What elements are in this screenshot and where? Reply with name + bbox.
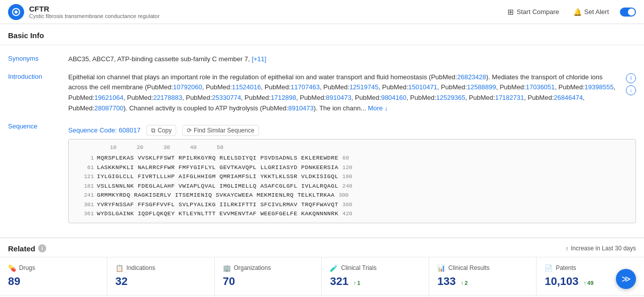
sequence-label: Sequence (8, 122, 68, 130)
pubmed-12529365[interactable]: 12529365 (436, 94, 465, 101)
clinical-results-up-icon: ↑ (461, 280, 464, 286)
sequence-value: Sequence Code: 608017 ⧉ Copy ⟳ Find Simi… (68, 122, 636, 223)
stat-indications[interactable]: 📋 Indications 32 (107, 257, 215, 295)
clinical-trials-up-icon: ↑ (353, 280, 356, 286)
pubmed-8910473-2[interactable]: 8910473 (288, 104, 314, 112)
start-compare-label: Start Compare (517, 8, 559, 16)
sequence-viewer[interactable]: 10 20 30 40 50 1 MQRSPLEKAS VVSKLFFSWT R… (68, 139, 636, 223)
increase-badge: ↑ Increase in Last 30 days (565, 245, 636, 252)
fab-icon: ≫ (621, 273, 631, 284)
synonyms-text: ABC35, ABCC7, ATP-binding cassette sub-f… (68, 55, 250, 63)
find-similar-label: Find Similar Sequence (194, 127, 254, 134)
related-section: Related i ↑ Increase in Last 30 days 💊 D… (0, 237, 644, 297)
indications-icon: 📋 (115, 264, 123, 272)
increase-arrow-icon: ↑ (565, 245, 569, 252)
seq-line-61: 61 LASKKNPKLI NALRRCFFWR FMFYGIFLYL GEVT… (75, 163, 629, 172)
stat-indications-value: 32 (115, 275, 206, 288)
pubmed-28087700[interactable]: 28087700 (94, 104, 123, 112)
related-title: Related i (8, 244, 46, 253)
stat-clinical-trials-value: 321 ↑ 1 (330, 275, 421, 288)
set-alert-button[interactable]: 🔔 Set Alert (570, 6, 612, 18)
basic-info-title: Basic Info (8, 31, 44, 40)
sequence-code-link[interactable]: Sequence Code: 608017 (68, 125, 141, 135)
info-table: Synonyms ABC35, ABCC7, ATP-binding casse… (0, 45, 644, 232)
pubmed-17036051[interactable]: 17036051 (526, 83, 555, 91)
introduction-value: Epithelial ion channel that plays an imp… (68, 72, 636, 114)
clinical-results-icon: 📊 (437, 264, 445, 272)
stat-organizations-value: 70 (223, 275, 314, 288)
stat-drugs-value: 89 (8, 275, 99, 288)
seq-line-301: 301 YVRYFNSSAF FFSGFFVVFL SVLPYALIKG IIL… (75, 200, 629, 209)
patents-delta: ↑ 49 (584, 280, 594, 286)
header-title-group: CFTR Cystic fibrosis transmembrane condu… (29, 5, 504, 19)
basic-info-header: Basic Info (0, 24, 644, 45)
app-logo (8, 4, 24, 20)
stat-indications-label: 📋 Indications (115, 264, 206, 272)
pubmed-10792060[interactable]: 10792060 (173, 83, 202, 91)
set-alert-label: Set Alert (584, 8, 609, 16)
start-compare-button[interactable]: ⊞ Start Compare (504, 6, 562, 19)
pubmed-9804160[interactable]: 9804160 (381, 94, 407, 101)
sequence-toolbar: Sequence Code: 608017 ⧉ Copy ⟳ Find Simi… (68, 125, 636, 136)
sequence-row: Sequence Sequence Code: 608017 ⧉ Copy ⟳ … (8, 118, 636, 227)
alert-toggle[interactable] (620, 8, 636, 17)
pubmed-19621064[interactable]: 19621064 (94, 94, 123, 101)
find-similar-button[interactable]: ⟳ Find Similar Sequence (182, 125, 259, 136)
find-similar-icon: ⟳ (187, 127, 192, 134)
stat-clinical-results[interactable]: 📊 Clinical Results 133 ↑ 2 (429, 257, 537, 295)
stats-grid-row1: 💊 Drugs 89 📋 Indications 32 🏢 Organizati… (0, 257, 644, 295)
stat-drugs-label: 💊 Drugs (8, 264, 99, 272)
copy-label: Copy (158, 127, 172, 134)
stat-clinical-trials[interactable]: 🧪 Clinical Trials 321 ↑ 1 (322, 257, 429, 295)
compare-icon: ⊞ (507, 8, 514, 17)
fab-button[interactable]: ≫ (616, 269, 636, 289)
intro-action-icons: i ↓ (626, 72, 636, 95)
related-title-text: Related (8, 244, 35, 253)
sequence-code-label: Sequence Code: (68, 126, 117, 134)
synonyms-value: ABC35, ABCC7, ATP-binding cassette sub-f… (68, 54, 636, 64)
pubmed-25330774[interactable]: 25330774 (212, 94, 241, 101)
related-header: Related i ↑ Increase in Last 30 days (0, 238, 644, 257)
drugs-icon: 💊 (8, 264, 16, 272)
stat-clinical-results-value: 133 ↑ 2 (437, 275, 528, 288)
entity-subtitle: Cystic fibrosis transmembrane conductanc… (29, 13, 504, 19)
intro-text-1: Epithelial ion channel that plays an imp… (68, 73, 615, 112)
seq-line-241: 241 GRMMKYRDQ RAGKISERLV ITSEMIENIQ SVKA… (75, 191, 629, 200)
stat-drugs[interactable]: 💊 Drugs 89 (0, 257, 107, 295)
sequence-code-value: 608017 (118, 126, 140, 134)
intro-collapse-icon[interactable]: ↓ (626, 85, 636, 95)
pubmed-1712898[interactable]: 1712898 (271, 94, 296, 101)
seq-line-181: 181 VSLLSNNLNK FDEGLALAHF VWIAPLQVAL IMG… (75, 182, 629, 191)
seq-line-361: 361 WYDSLGAINK IQDFLQKQEY KTLEYNLTTT EVV… (75, 209, 629, 218)
increase-label: Increase in Last 30 days (571, 245, 636, 252)
synonyms-more-link[interactable]: [+11] (251, 55, 266, 63)
pubmed-17182731[interactable]: 17182731 (495, 94, 524, 101)
synonyms-row: Synonyms ABC35, ABCC7, ATP-binding casse… (8, 50, 636, 68)
seq-line-121: 121 IYLGIGLCLL FIVRTLLLHP AIFGLHHIGM QMR… (75, 172, 629, 181)
pubmed-11524016[interactable]: 11524016 (232, 83, 261, 91)
pubmed-12588899[interactable]: 12588899 (467, 83, 496, 91)
entity-name: CFTR (29, 5, 504, 13)
copy-icon: ⧉ (151, 127, 156, 134)
intro-info-icon[interactable]: i (626, 73, 636, 83)
pubmed-11707463[interactable]: 11707463 (291, 83, 320, 91)
pubmed-26823428[interactable]: 26823428 (457, 73, 486, 81)
pubmed-19398555[interactable]: 19398555 (585, 83, 614, 91)
stat-organizations-label: 🏢 Organizations (223, 264, 314, 272)
header-actions: ⊞ Start Compare 🔔 Set Alert (504, 6, 636, 19)
related-info-icon[interactable]: i (38, 244, 46, 252)
stat-clinical-results-label: 📊 Clinical Results (437, 264, 528, 272)
bell-icon: 🔔 (573, 8, 582, 16)
clinical-trials-icon: 🧪 (330, 264, 338, 272)
synonyms-label: Synonyms (8, 54, 68, 62)
stat-organizations[interactable]: 🏢 Organizations 70 (215, 257, 322, 295)
pubmed-8910473[interactable]: 8910473 (326, 94, 351, 101)
seq-line-1: 1 MQRSPLEKAS VVSKLFFSWT RPILRKGYRQ RLELS… (75, 154, 629, 163)
pubmed-15010471[interactable]: 15010471 (408, 83, 437, 91)
pubmed-22178883[interactable]: 22178883 (153, 94, 182, 101)
pubmed-12519745[interactable]: 12519745 (349, 83, 378, 91)
copy-sequence-button[interactable]: ⧉ Copy (147, 125, 176, 136)
svg-point-1 (15, 11, 18, 14)
intro-more-link[interactable]: More ↓ (368, 104, 388, 112)
pubmed-26846474[interactable]: 26846474 (554, 94, 583, 101)
